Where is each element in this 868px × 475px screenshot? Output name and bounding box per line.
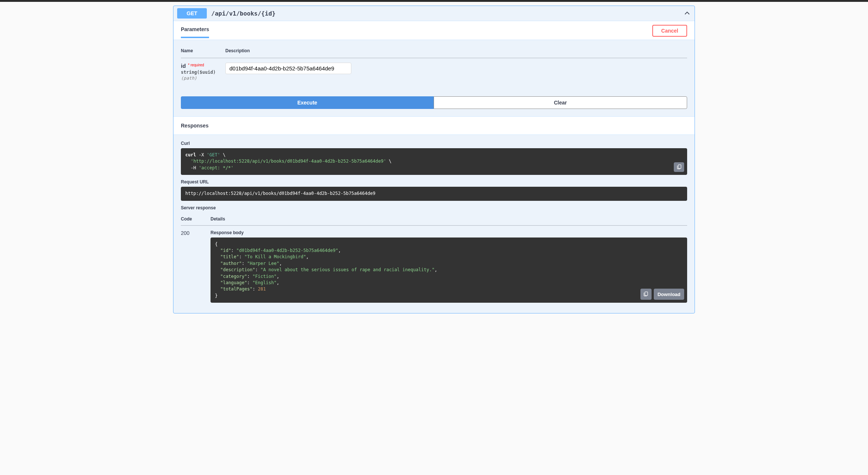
- opblock-summary[interactable]: GET /api/v1/books/{id}: [173, 6, 695, 21]
- col-header-code: Code: [181, 213, 211, 226]
- http-method-badge: GET: [177, 8, 207, 19]
- param-required-marker: * required: [187, 63, 204, 67]
- col-header-details: Details: [211, 213, 687, 226]
- server-response-label: Server response: [181, 205, 687, 210]
- window-top-strip: [0, 0, 868, 2]
- copy-response-button[interactable]: [640, 289, 652, 300]
- parameters-tab-header: Parameters Cancel: [173, 21, 695, 40]
- execute-row: Execute Clear: [173, 96, 695, 116]
- parameters-section: Name Description id * required string: [173, 40, 695, 96]
- execute-button[interactable]: Execute: [181, 96, 434, 109]
- param-type: string($uuid): [181, 70, 225, 75]
- curl-opt-h: -H: [191, 165, 196, 170]
- rb-totalpages: 281: [258, 286, 266, 292]
- rb-author: "Harper Lee": [247, 261, 279, 266]
- curl-url: 'http://localhost:5228/api/v1/books/d01b…: [191, 159, 386, 164]
- download-button[interactable]: Download: [654, 289, 684, 300]
- chevron-up-icon[interactable]: [683, 10, 691, 17]
- curl-bs1: \: [223, 152, 225, 157]
- rb-language: "English": [252, 280, 276, 285]
- curl-label: Curl: [181, 141, 687, 146]
- svg-rect-0: [678, 165, 681, 169]
- param-row-id: id * required string($uuid) (path): [181, 58, 687, 86]
- copy-curl-button[interactable]: [674, 162, 684, 172]
- live-response-section: Curl curl -X 'GET' \ 'http://localhost:5…: [173, 135, 695, 313]
- response-table: Code Details 200 Response body { "id": "…: [181, 213, 687, 308]
- opblock-body: Parameters Cancel Name Description: [173, 21, 695, 313]
- param-id-input[interactable]: [225, 63, 351, 74]
- curl-cmd: curl: [185, 152, 196, 157]
- opblock-get-book-by-id: GET /api/v1/books/{id} Parameters Cancel…: [173, 6, 695, 313]
- curl-opt-x: -X: [199, 152, 204, 157]
- responses-header: Responses: [173, 116, 695, 135]
- clipboard-icon: [676, 164, 682, 170]
- tab-parameters[interactable]: Parameters: [181, 26, 209, 38]
- param-name: id: [181, 63, 186, 69]
- response-row: 200 Response body { "id": "d01bd94f-4aa0…: [181, 225, 687, 307]
- swagger-page: GET /api/v1/books/{id} Parameters Cancel…: [172, 6, 696, 313]
- curl-block: curl -X 'GET' \ 'http://localhost:5228/a…: [181, 148, 687, 175]
- col-header-description: Description: [225, 44, 687, 58]
- rb-title: "To Kill a Mockingbird": [245, 254, 306, 259]
- cancel-button[interactable]: Cancel: [652, 25, 687, 37]
- request-url-value: http://localhost:5228/api/v1/books/d01bd…: [185, 191, 375, 196]
- rb-id: "d01bd94f-4aa0-4d2b-b252-5b75a6464de9": [236, 248, 338, 253]
- svg-rect-1: [645, 292, 648, 296]
- curl-bs2: \: [389, 159, 391, 164]
- parameters-table: Name Description id * required string: [181, 44, 687, 85]
- request-url-label: Request URL: [181, 179, 687, 185]
- rb-category: "Fiction": [252, 274, 276, 279]
- response-body-actions: Download: [640, 289, 684, 300]
- clear-button[interactable]: Clear: [434, 96, 687, 109]
- response-status-code: 200: [181, 225, 211, 307]
- endpoint-path: /api/v1/books/{id}: [211, 10, 683, 17]
- col-header-name: Name: [181, 44, 225, 58]
- curl-header: 'accept: */*': [199, 165, 233, 170]
- param-in: (path): [181, 76, 225, 81]
- rb-description: "A novel about the serious issues of rap…: [261, 267, 435, 272]
- request-url-block: http://localhost:5228/api/v1/books/d01bd…: [181, 187, 687, 200]
- curl-method: 'GET': [207, 152, 220, 157]
- response-body-block: { "id": "d01bd94f-4aa0-4d2b-b252-5b75a64…: [211, 238, 687, 303]
- response-body-label: Response body: [211, 230, 687, 235]
- clipboard-icon: [643, 291, 649, 298]
